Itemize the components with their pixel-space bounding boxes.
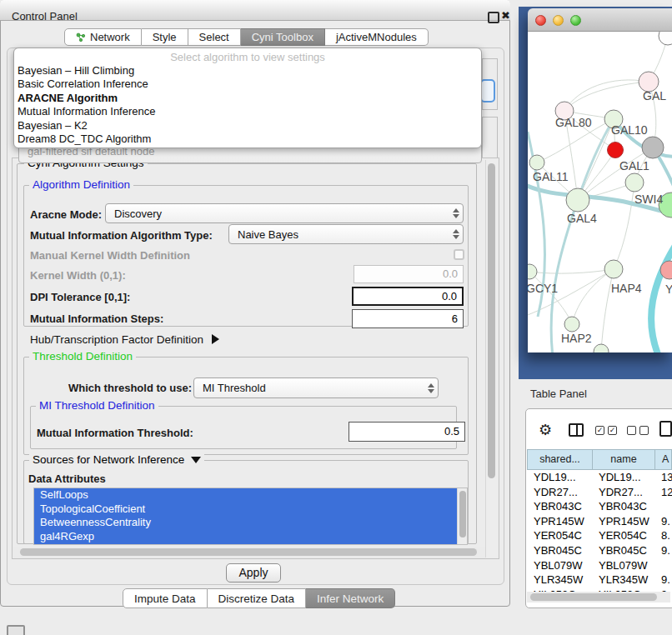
algorithm-option-bayesian-hill-climbing[interactable]: Bayesian – Hill Climbing — [14, 64, 481, 78]
table-cell[interactable]: YPR145W — [527, 514, 592, 529]
zoom-traffic-light-icon[interactable] — [570, 15, 581, 26]
table-cell[interactable]: YDL19... — [527, 470, 592, 485]
list-item[interactable]: gal4RGexp — [34, 530, 457, 544]
float-window-icon[interactable] — [488, 12, 499, 23]
apply-button[interactable]: Apply — [226, 563, 281, 582]
dpi-tolerance-field[interactable]: 0.0 — [352, 287, 464, 306]
tab-cyni-toolbox[interactable]: Cyni Toolbox — [241, 28, 325, 46]
table-cell[interactable]: YDR27... — [592, 485, 654, 500]
table-cell[interactable]: YBL079W — [527, 558, 592, 573]
tab-select[interactable]: Select — [188, 28, 241, 46]
minimize-traffic-light-icon[interactable] — [553, 15, 564, 26]
node-label: HAP2 — [561, 332, 592, 345]
table-cell[interactable]: 13 — [654, 470, 672, 485]
tab-network[interactable]: Network — [64, 28, 142, 46]
list-scrollbar-thumb[interactable] — [459, 491, 466, 538]
table-cell[interactable]: YER054C — [527, 528, 592, 543]
table-cell[interactable]: YDR27... — [527, 485, 592, 500]
settings-horizontal-scrollbar[interactable] — [13, 547, 485, 558]
hub-definition-toggle[interactable]: Hub/Transcription Factor Definition — [30, 333, 219, 346]
aracne-mode-combobox[interactable]: Discovery — [105, 203, 464, 223]
table-row[interactable]: YBR045CYBR045C9. — [527, 543, 672, 558]
tab-infer-network[interactable]: Infer Network — [306, 588, 395, 608]
table-cell[interactable]: YBR045C — [592, 543, 654, 558]
kernel-width-field[interactable]: 0.0 — [354, 265, 464, 283]
tab-jactivemnodules[interactable]: jActiveMNodules — [325, 28, 429, 46]
checked-checkbox-icon[interactable]: ✓ — [608, 426, 617, 435]
settings-horizontal-scrollbar-thumb[interactable] — [20, 548, 477, 556]
sources-group-title[interactable]: Sources for Network Inference — [29, 453, 204, 466]
algorithm-option-aracne[interactable]: ARACNE Algorithm — [14, 92, 481, 105]
table-row[interactable]: YLR345WYLR345W9. — [527, 572, 672, 588]
split-view-icon[interactable] — [569, 423, 584, 437]
list-scrollbar[interactable] — [457, 488, 467, 544]
table-cell[interactable]: YDL19... — [592, 470, 654, 485]
stepper-icon — [449, 208, 463, 218]
table-body[interactable]: YDL19...YDL19...13YDR27...YDR27...12YBR0… — [527, 470, 672, 592]
network-window-titlebar[interactable] — [528, 8, 672, 32]
gear-icon[interactable]: ⚙ — [539, 421, 552, 439]
table-cell[interactable]: YBR045C — [527, 543, 592, 558]
table-cell[interactable]: 12 — [654, 485, 672, 500]
node-gal4[interactable] — [566, 188, 589, 212]
data-attributes-list[interactable]: SelfLoops TopologicalCoefficient Between… — [33, 488, 468, 545]
table-row[interactable]: YPR145WYPR145W9. — [527, 514, 672, 529]
unchecked-checkbox-icon[interactable] — [627, 426, 636, 435]
node[interactable] — [594, 344, 609, 352]
table-row[interactable]: YER054CYER054C8. — [527, 528, 672, 543]
close-traffic-light-icon[interactable] — [535, 15, 546, 26]
table-cell[interactable]: 8. — [654, 528, 672, 543]
tab-style[interactable]: Style — [142, 28, 188, 46]
node-hap4[interactable] — [604, 260, 623, 278]
document-icon[interactable] — [659, 421, 672, 437]
tab-impute-data[interactable]: Impute Data — [123, 588, 208, 608]
minimized-panel-icon[interactable] — [7, 625, 25, 635]
algorithm-option-bayesian-k2[interactable]: Bayesian – K2 — [14, 119, 481, 132]
table-cell[interactable]: YBR043C — [592, 499, 654, 514]
column-header-shared-name[interactable]: shared... — [527, 449, 593, 470]
table-row[interactable]: YBR043CYBR043C — [527, 499, 672, 514]
settings-vertical-scrollbar-thumb[interactable] — [488, 163, 495, 478]
network-canvas[interactable]: GAL GAL80 GAL10 GAL11 GAL1 SWI4 GAL4 GCY… — [528, 32, 672, 352]
algorithm-option-mutual-information[interactable]: Mutual Information Inference — [14, 105, 481, 118]
table-cell[interactable]: YLR345W — [527, 572, 592, 588]
table-row[interactable]: YBL079WYBL079W — [527, 558, 672, 573]
table-cell[interactable]: YLR345W — [592, 572, 654, 588]
list-item[interactable]: TopologicalCoefficient — [34, 502, 457, 517]
table-cell[interactable]: 9. — [654, 514, 672, 529]
node-gray[interactable] — [642, 137, 664, 158]
mi-steps-field[interactable]: 6 — [352, 309, 464, 328]
settings-vertical-scrollbar[interactable] — [485, 160, 497, 558]
table-cell[interactable]: 9. — [654, 543, 672, 558]
table-cell[interactable]: YPR145W — [592, 514, 654, 529]
list-item[interactable]: BetweennessCentrality — [34, 516, 457, 530]
node-gal1[interactable] — [625, 173, 644, 192]
list-item[interactable]: SelfLoops — [34, 488, 457, 502]
close-icon[interactable]: ✖ — [501, 9, 510, 22]
table-cell[interactable]: YBL079W — [592, 558, 654, 573]
table-cell[interactable]: YBR043C — [527, 499, 592, 514]
node[interactable] — [659, 32, 672, 45]
column-header-clipped[interactable]: A — [654, 449, 672, 470]
table-cell[interactable]: YER054C — [592, 528, 654, 543]
node-gcy1[interactable] — [528, 264, 537, 279]
algorithm-option-dream8[interactable]: Dream8 DC_TDC Algorithm — [14, 132, 481, 146]
table-row[interactable]: YDR27...YDR27...12 — [527, 485, 672, 500]
unchecked-checkbox-icon[interactable] — [639, 426, 649, 435]
table-cell[interactable]: 9. — [654, 572, 672, 588]
column-header-name[interactable]: name — [592, 449, 655, 470]
table-horizontal-scrollbar[interactable] — [527, 592, 670, 602]
table-horizontal-scrollbar-thumb[interactable] — [530, 593, 657, 601]
node-selected-red[interactable] — [608, 142, 624, 158]
tab-discretize-data[interactable]: Discretize Data — [208, 588, 307, 608]
mi-type-combobox[interactable]: Naive Bayes — [228, 224, 464, 244]
checked-checkbox-icon[interactable]: ✓ — [595, 426, 604, 435]
node-hap2[interactable] — [564, 317, 579, 332]
node-gal11[interactable] — [529, 155, 544, 170]
which-threshold-combobox[interactable]: MI Threshold — [193, 378, 439, 398]
algorithm-option-basic-correlation[interactable]: Basic Correlation Inference — [14, 78, 481, 91]
manual-kernel-checkbox[interactable] — [454, 249, 464, 260]
table-row[interactable]: YDL19...YDL19...13 — [527, 470, 672, 485]
mi-threshold-field[interactable]: 0.5 — [349, 422, 465, 442]
dpi-tolerance-label: DPI Tolerance [0,1]: — [30, 291, 130, 303]
